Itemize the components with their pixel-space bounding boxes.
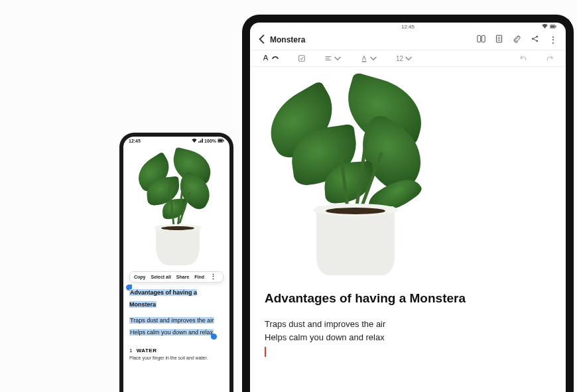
section-number: 1 xyxy=(129,348,132,354)
tool-align[interactable] xyxy=(324,54,342,62)
svg-rect-1 xyxy=(218,139,223,141)
section-title: WATER xyxy=(137,348,157,354)
selection-end-handle[interactable] xyxy=(211,334,217,340)
note-title: Advantages of having a Monstera xyxy=(265,291,551,306)
tool-text-color[interactable] xyxy=(360,54,377,62)
phone-plant-image xyxy=(129,144,224,270)
svg-rect-6 xyxy=(478,36,481,42)
selected-line2: Helps calm you down and relax xyxy=(129,329,214,336)
tool-checkbox[interactable] xyxy=(298,54,306,62)
battery-icon xyxy=(550,24,556,30)
tablet-note-body[interactable]: Advantages of having a Monstera Traps du… xyxy=(250,67,566,357)
note-name: Monstera xyxy=(270,35,305,44)
selected-title: Advantages of having a Monstera xyxy=(129,289,197,308)
phone-content: Copy Select all Share Find ⋮ Advantages … xyxy=(123,144,229,360)
phone-device: 12:45 100% xyxy=(119,133,233,392)
svg-rect-17 xyxy=(299,56,305,62)
tool-undo[interactable] xyxy=(519,54,527,62)
text-cursor xyxy=(265,347,266,357)
phone-statusbar: 12:45 100% xyxy=(123,137,229,144)
page-icon[interactable] xyxy=(495,34,503,46)
selected-text-block[interactable]: Advantages of having a Monstera Traps du… xyxy=(129,285,224,337)
tablet-status-right xyxy=(542,24,556,30)
svg-line-16 xyxy=(533,39,536,40)
text-context-menu: Copy Select all Share Find ⋮ xyxy=(129,271,224,283)
note-body-text: Traps dust and improves the air Helps ca… xyxy=(265,318,551,357)
wifi-icon xyxy=(542,24,548,30)
svg-rect-5 xyxy=(556,26,556,28)
attachment-icon[interactable] xyxy=(513,34,521,46)
more-icon[interactable]: ⋮ xyxy=(548,34,558,45)
svg-rect-2 xyxy=(224,140,224,142)
tablet-device: 12:45 Monstera xyxy=(242,15,574,392)
svg-line-15 xyxy=(533,37,536,38)
note-line1: Traps dust and improves the air xyxy=(265,318,551,331)
selected-line1: Traps dust and improves the air xyxy=(129,317,214,324)
phone-time: 12:45 xyxy=(129,139,141,143)
menu-share[interactable]: Share xyxy=(176,275,189,279)
menu-more-icon[interactable]: ⋮ xyxy=(210,275,217,279)
menu-copy[interactable]: Copy xyxy=(134,275,146,279)
tablet-statusbar: 12:45 xyxy=(250,23,566,31)
tool-font-style[interactable] xyxy=(262,54,279,63)
tablet-plant-image xyxy=(265,70,551,275)
phone-status-right: 100% xyxy=(192,139,224,143)
menu-select-all[interactable]: Select all xyxy=(151,275,171,279)
menu-find[interactable]: Find xyxy=(194,275,204,279)
svg-rect-7 xyxy=(481,36,485,42)
note-line2: Helps calm you down and relax xyxy=(265,331,551,344)
section-body: Place your finger in the soil and water. xyxy=(129,356,224,360)
back-icon[interactable] xyxy=(258,34,265,46)
reader-mode-icon[interactable] xyxy=(477,34,485,46)
signal-icon xyxy=(198,139,203,143)
tablet-appbar: Monstera ⋮ xyxy=(250,31,566,50)
wifi-icon xyxy=(192,139,197,143)
tool-redo[interactable] xyxy=(546,54,554,62)
battery-icon xyxy=(218,139,224,143)
phone-section-water: 1 WATER Place your finger in the soil an… xyxy=(129,348,224,360)
tablet-editor-toolbar: 12 xyxy=(250,50,566,67)
svg-rect-4 xyxy=(550,25,555,27)
phone-battery: 100% xyxy=(204,139,216,143)
tablet-time: 12:45 xyxy=(401,24,415,30)
tool-font-size[interactable]: 12 xyxy=(396,54,413,62)
share-icon[interactable] xyxy=(531,34,539,46)
